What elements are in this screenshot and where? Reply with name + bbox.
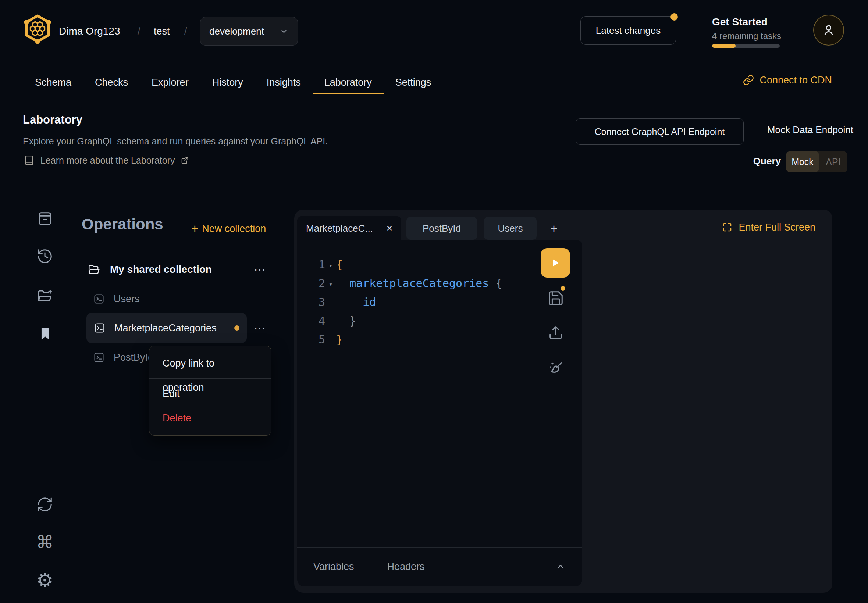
notification-dot xyxy=(670,13,678,20)
code-token: { xyxy=(336,258,343,271)
code-token: id xyxy=(363,295,376,308)
tab-settings[interactable]: Settings xyxy=(384,72,443,94)
page-description: Explore your GraphQL schema and run quer… xyxy=(23,136,328,147)
sidebar-refetch-icon[interactable] xyxy=(36,496,53,513)
environment-select[interactable]: development xyxy=(200,17,298,46)
query-label: Query xyxy=(753,156,781,167)
operation-row-marketplacecategories[interactable]: MarketplaceCategories xyxy=(87,313,247,343)
get-started-progress xyxy=(712,44,780,48)
expand-icon xyxy=(722,222,733,233)
tab-checks[interactable]: Checks xyxy=(83,72,140,94)
environment-select-value: development xyxy=(209,26,264,37)
operation-name: MarketplaceCategories xyxy=(114,322,217,334)
toggle-option-mock[interactable]: Mock xyxy=(786,151,819,172)
prettify-query-button[interactable] xyxy=(547,360,564,377)
editor-tab-postbyid[interactable]: PostById xyxy=(407,217,477,240)
sidebar-settings-gear-icon[interactable]: ⚙ xyxy=(35,569,54,591)
hive-logo-icon[interactable] xyxy=(22,13,53,46)
query-target-toggle: Mock API xyxy=(786,151,847,172)
tab-schema[interactable]: Schema xyxy=(23,72,83,94)
operation-name: Users xyxy=(114,294,140,305)
fold-marker-icon xyxy=(325,320,336,322)
close-tab-icon[interactable]: × xyxy=(387,223,393,234)
fold-marker-icon xyxy=(325,339,336,340)
collection-menu-button[interactable]: ⋯ xyxy=(252,261,268,278)
fold-marker-icon[interactable]: ▾ xyxy=(325,260,336,269)
line-number: 3 xyxy=(311,295,325,308)
sidebar-bookmark-icon[interactable] xyxy=(37,325,53,342)
sidebar-history-icon[interactable] xyxy=(36,248,53,265)
chevron-down-icon xyxy=(279,26,289,36)
collection-row[interactable]: My shared collection xyxy=(87,260,212,279)
menu-item-copy-link[interactable]: Copy link to operation xyxy=(149,351,271,376)
collection-name: My shared collection xyxy=(110,264,212,275)
operation-icon xyxy=(94,322,105,334)
share-operation-button[interactable] xyxy=(547,324,564,341)
laboratory-editor-panel: MarketplaceC... × PostById Users + Enter… xyxy=(294,210,832,593)
save-operation-button[interactable] xyxy=(547,290,564,307)
enter-fullscreen-label: Enter Full Screen xyxy=(738,222,815,233)
tab-insights[interactable]: Insights xyxy=(255,72,313,94)
operation-name: PostById xyxy=(114,352,153,363)
link-icon xyxy=(743,74,754,86)
sidebar-archive-box-icon[interactable] xyxy=(36,210,53,227)
enter-fullscreen-button[interactable]: Enter Full Screen xyxy=(722,220,815,235)
connect-endpoint-button[interactable]: Connect GraphQL API Endpoint xyxy=(576,118,744,145)
user-avatar[interactable] xyxy=(813,15,844,46)
learn-more-label: Learn more about the Laboratory xyxy=(40,155,175,166)
code-line: 3 id xyxy=(311,293,503,311)
latest-changes-button[interactable]: Latest changes xyxy=(580,16,676,45)
get-started-title: Get Started xyxy=(712,16,767,28)
tab-laboratory[interactable]: Laboratory xyxy=(313,72,384,94)
line-number: 5 xyxy=(311,333,325,346)
unsaved-changes-dot xyxy=(234,325,240,331)
variables-tab[interactable]: Variables xyxy=(313,561,354,572)
fold-marker-icon[interactable]: ▾ xyxy=(325,279,336,288)
toggle-option-api[interactable]: API xyxy=(819,151,847,172)
external-link-icon xyxy=(181,157,189,164)
operation-icon xyxy=(93,351,105,363)
page-title: Laboratory xyxy=(23,113,82,127)
mock-data-endpoint-button[interactable]: Mock Data Endpoint xyxy=(767,124,853,136)
sidebar-folder-plus-icon[interactable] xyxy=(36,288,53,305)
code-token xyxy=(336,314,350,327)
operation-icon xyxy=(93,293,105,305)
editor-tab-marketplacecategories[interactable]: MarketplaceC... × xyxy=(297,216,401,240)
query-editor[interactable]: 1 ▾ { 2 ▾ marketplaceCategories { 3 id 4 xyxy=(297,240,582,586)
breadcrumb-project[interactable]: test xyxy=(154,24,170,38)
headers-tab[interactable]: Headers xyxy=(387,561,425,572)
sidebar-shortcuts-icon[interactable]: ⌘ xyxy=(35,532,54,552)
primary-nav: Schema Checks Explorer History Insights … xyxy=(23,72,443,94)
operation-context-menu: Copy link to operation Edit Delete xyxy=(149,346,271,436)
code-line: 1 ▾ { xyxy=(311,255,503,274)
operations-title: Operations xyxy=(82,215,163,233)
play-icon xyxy=(549,257,561,269)
connect-endpoint-label: Connect GraphQL API Endpoint xyxy=(595,127,724,137)
code-token: } xyxy=(336,333,343,346)
code-token xyxy=(336,295,363,308)
learn-more-link[interactable]: Learn more about the Laboratory xyxy=(23,155,189,166)
line-number: 2 xyxy=(311,277,325,290)
menu-item-delete[interactable]: Delete xyxy=(149,406,271,430)
operation-row-postbyid[interactable]: PostById xyxy=(93,349,153,366)
unsaved-changes-dot xyxy=(560,286,565,291)
tab-explorer[interactable]: Explorer xyxy=(140,72,200,94)
add-tab-button[interactable]: + xyxy=(544,217,564,240)
latest-changes-label: Latest changes xyxy=(596,25,661,36)
breadcrumb-separator: / xyxy=(138,24,141,38)
editor-tab-users[interactable]: Users xyxy=(484,217,537,240)
connect-to-cdn-link[interactable]: Connect to CDN xyxy=(743,72,832,88)
breadcrumb-org[interactable]: Dima Org123 xyxy=(59,24,120,38)
folder-open-icon xyxy=(87,263,101,276)
book-icon xyxy=(23,155,34,166)
operation-row-users[interactable]: Users xyxy=(93,290,140,308)
tab-history[interactable]: History xyxy=(200,72,255,94)
new-collection-button[interactable]: + New collection xyxy=(191,221,266,237)
chevron-up-icon[interactable] xyxy=(555,561,566,572)
line-number: 4 xyxy=(311,314,325,327)
run-query-button[interactable] xyxy=(541,248,570,278)
code-line: 4 } xyxy=(311,311,503,330)
operation-menu-button[interactable]: ⋯ xyxy=(252,320,268,336)
menu-item-edit[interactable]: Edit xyxy=(149,382,271,406)
editor-bottom-bar: Variables Headers xyxy=(297,547,582,586)
